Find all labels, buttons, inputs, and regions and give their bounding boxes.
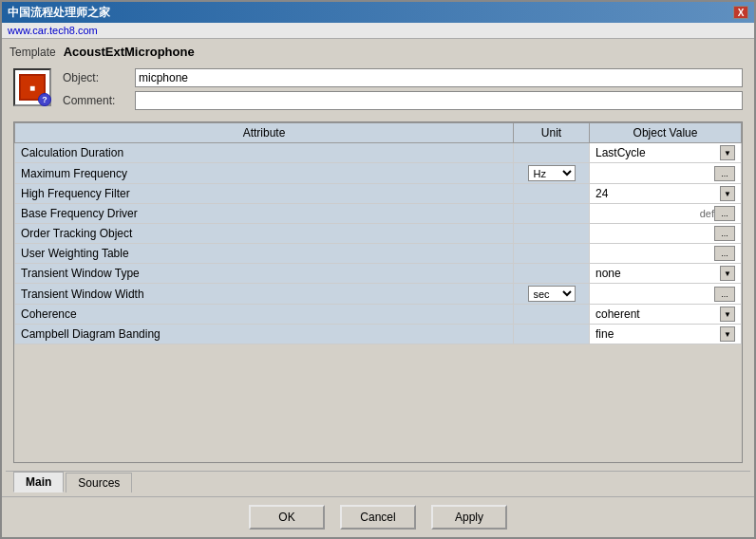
- header-right: Object: Comment:: [63, 68, 743, 110]
- value-cell: ...: [590, 284, 742, 305]
- icon-area: ■ ?: [13, 68, 51, 106]
- bottom-buttons: OK Cancel Apply: [2, 496, 754, 537]
- attr-cell: Transient Window Type: [15, 264, 514, 284]
- unit-cell: [514, 184, 590, 204]
- unit-cell: [514, 143, 590, 163]
- dropdown-button[interactable]: ▼: [720, 186, 735, 201]
- unit-cell: [514, 224, 590, 244]
- comment-input[interactable]: [135, 91, 743, 110]
- website-bar: www.car.tech8.com: [2, 23, 754, 39]
- tab-main[interactable]: Main: [13, 472, 64, 493]
- value-cell: ...: [590, 244, 742, 264]
- object-label: Object:: [63, 71, 129, 84]
- dropdown-button[interactable]: ▼: [720, 326, 735, 342]
- col-value: Object Value: [590, 123, 742, 143]
- table-row: Calculation DurationLastCycle▼: [15, 143, 742, 163]
- unit-cell: [514, 325, 590, 344]
- attr-cell: Order Tracking Object: [15, 224, 514, 244]
- unit-select[interactable]: sec: [528, 286, 576, 302]
- unit-cell: [514, 244, 590, 264]
- object-input[interactable]: [135, 68, 743, 87]
- unit-select[interactable]: Hz: [528, 165, 576, 181]
- window-title: 中国流程处理师之家: [8, 5, 110, 21]
- table-row: Campbell Diagram Bandingfine▼: [15, 325, 742, 344]
- table-row: Transient Window Typenone▼: [15, 264, 742, 284]
- object-row: Object:: [63, 68, 743, 87]
- unit-cell: [514, 204, 590, 224]
- tabs-area: Main Sources: [6, 471, 750, 493]
- apply-button[interactable]: Apply: [431, 505, 507, 530]
- attr-cell: Base Frequency Driver: [15, 204, 514, 224]
- attr-cell: High Frequency Filter: [15, 184, 514, 204]
- unit-cell: [514, 264, 590, 284]
- value-text: def: [595, 208, 714, 219]
- value-cell: def...: [590, 204, 742, 224]
- content-area: Template AcoustExtMicrophone ■ ? Object:…: [2, 39, 754, 496]
- attribute-table-container: Attribute Unit Object Value Calculation …: [13, 121, 743, 463]
- attr-cell: Coherence: [15, 305, 514, 325]
- dropdown-button[interactable]: ▼: [720, 145, 735, 160]
- col-unit: Unit: [514, 123, 590, 143]
- unit-cell[interactable]: sec: [514, 284, 590, 305]
- browse-button[interactable]: ...: [714, 226, 735, 241]
- unit-cell[interactable]: Hz: [514, 163, 590, 184]
- value-text: 24: [595, 187, 720, 200]
- tab-sources[interactable]: Sources: [66, 473, 132, 493]
- attr-cell: Transient Window Width: [15, 284, 514, 305]
- value-cell: coherent▼: [590, 305, 742, 325]
- template-name: AcoustExtMicrophone: [64, 45, 195, 59]
- dropdown-button[interactable]: ▼: [720, 307, 735, 322]
- attribute-table: Attribute Unit Object Value Calculation …: [14, 122, 742, 344]
- browse-button[interactable]: ...: [714, 206, 735, 221]
- value-cell: ...: [590, 224, 742, 244]
- dropdown-button[interactable]: ▼: [720, 266, 735, 281]
- table-row: User Weighting Table...: [15, 244, 742, 264]
- table-header-row: Attribute Unit Object Value: [15, 123, 742, 143]
- attr-cell: Campbell Diagram Banding: [15, 325, 514, 344]
- main-window: 中国流程处理师之家 X www.car.tech8.com Template A…: [0, 0, 756, 539]
- table-row: Order Tracking Object...: [15, 224, 742, 244]
- value-cell: none▼: [590, 264, 742, 284]
- header-section: ■ ? Object: Comment:: [6, 63, 750, 116]
- cancel-button[interactable]: Cancel: [340, 505, 416, 530]
- template-label: Template: [9, 46, 56, 59]
- value-text: none: [595, 267, 720, 280]
- value-cell: ...: [590, 163, 742, 184]
- table-row: High Frequency Filter24▼: [15, 184, 742, 204]
- browse-button[interactable]: ...: [714, 166, 735, 181]
- browse-button[interactable]: ...: [714, 246, 735, 261]
- value-cell: LastCycle▼: [590, 143, 742, 163]
- table-row: Transient Window Widthsec...: [15, 284, 742, 305]
- ok-button[interactable]: OK: [249, 505, 325, 530]
- table-row: Coherencecoherent▼: [15, 305, 742, 325]
- website-url: www.car.tech8.com: [8, 25, 98, 36]
- title-bar-left: 中国流程处理师之家: [8, 5, 110, 21]
- browse-button[interactable]: ...: [714, 287, 735, 302]
- table-row: Maximum FrequencyHz...: [15, 163, 742, 184]
- comment-row: Comment:: [63, 91, 743, 110]
- unit-cell: [514, 305, 590, 325]
- question-badge: ?: [38, 93, 51, 106]
- value-text: LastCycle: [595, 146, 720, 159]
- value-cell: 24▼: [590, 184, 742, 204]
- attr-cell: User Weighting Table: [15, 244, 514, 264]
- value-text: fine: [595, 327, 720, 341]
- table-row: Base Frequency Driverdef...: [15, 204, 742, 224]
- attr-cell: Calculation Duration: [15, 143, 514, 163]
- template-row: Template AcoustExtMicrophone: [6, 43, 750, 61]
- attr-cell: Maximum Frequency: [15, 163, 514, 184]
- close-button[interactable]: X: [733, 6, 748, 19]
- col-attribute: Attribute: [15, 123, 514, 143]
- value-cell: fine▼: [590, 325, 742, 344]
- value-text: coherent: [595, 307, 720, 321]
- title-bar: 中国流程处理师之家 X: [2, 2, 754, 23]
- comment-label: Comment:: [63, 94, 129, 107]
